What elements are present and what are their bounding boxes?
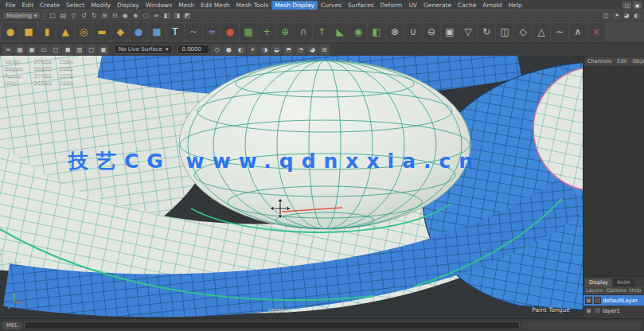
render-icon[interactable]: ◧ [162, 11, 171, 21]
menubar-item[interactable]: Arnold [479, 1, 505, 10]
motion-blur-icon[interactable]: ◓ [283, 45, 294, 55]
panel-menu-icon[interactable]: ≡ [2, 45, 14, 55]
field-chart-icon[interactable]: ▥ [74, 45, 85, 55]
menu-set-dropdown[interactable]: Modeling ▾ [2, 11, 41, 20]
layer-editor-menu-item[interactable]: Options [607, 287, 626, 294]
soft-select-icon[interactable]: ◔ [611, 11, 621, 21]
poly-cylinder-icon[interactable]: ▮ [38, 23, 56, 41]
nurbs-cube-icon[interactable]: ■ [148, 23, 166, 41]
menubar-item[interactable]: Select [63, 1, 88, 10]
layer-editor-menu-item[interactable]: Help [630, 287, 642, 294]
harden-edge-icon[interactable]: ∧ [569, 23, 587, 41]
multi-cut-icon[interactable]: + [258, 23, 275, 41]
safe-action-icon[interactable]: ▢ [86, 45, 97, 55]
channel-box-body[interactable] [584, 68, 644, 276]
menubar-item[interactable]: Help [505, 1, 525, 10]
highlight-backfaces-icon[interactable]: ◕ [622, 11, 631, 21]
quad-draw-icon[interactable]: ▦ [240, 23, 257, 41]
menubar-item[interactable]: Generate [420, 1, 455, 10]
extrude-icon[interactable]: ↑ [313, 23, 330, 41]
nurbs-sphere-icon[interactable]: ● [130, 23, 147, 41]
snap-grid-icon[interactable]: ⊞ [100, 11, 109, 21]
bridge-icon[interactable]: ∩ [295, 23, 312, 41]
channel-box-tab[interactable]: Object [630, 57, 644, 65]
spin-edge-icon[interactable]: ↻ [478, 23, 495, 41]
crease-icon[interactable]: ◇ [514, 23, 532, 41]
menubar-item[interactable]: Modify [88, 1, 114, 10]
menubar-item[interactable]: Edit [19, 1, 37, 10]
mel-label[interactable]: MEL [2, 321, 21, 329]
layer-row[interactable]: V layer1 [584, 306, 644, 316]
symmetry-toggle-icon[interactable]: ◫ [601, 11, 611, 21]
layer-editor-menu-item[interactable]: Layers [586, 287, 603, 294]
ep-curve-icon[interactable]: ~ [185, 23, 202, 41]
menubar-item[interactable]: UV [405, 1, 420, 10]
smooth-icon[interactable]: ◉ [349, 23, 367, 41]
film-gate-icon[interactable]: ▭ [38, 45, 49, 55]
poly-plane-icon[interactable]: ▬ [93, 23, 111, 41]
ao-icon[interactable]: ◒ [271, 45, 282, 55]
mirror-icon[interactable]: ◧ [368, 23, 385, 41]
menubar-item[interactable]: Display [114, 1, 142, 10]
wireframe-icon[interactable]: ◇ [211, 45, 222, 55]
symmetry-icon[interactable]: ◫ [496, 23, 513, 41]
viewport-canvas[interactable] [0, 56, 583, 318]
new-scene-icon[interactable]: □ [48, 11, 57, 21]
gate-mask-icon[interactable]: ◼ [62, 45, 73, 55]
poly-cone-icon[interactable]: ▲ [57, 23, 74, 41]
layer-visibility-toggle[interactable]: V [585, 307, 592, 314]
layer-color-swatch[interactable] [594, 307, 601, 314]
snap-curve-icon[interactable]: ⊟ [110, 11, 119, 21]
normals-icon[interactable]: △ [533, 23, 550, 41]
redo-icon[interactable]: ↻ [89, 11, 99, 21]
reduce-icon[interactable]: ▽ [459, 23, 477, 41]
delete-history-icon[interactable]: × [587, 23, 605, 41]
combine-icon[interactable]: ∪ [404, 23, 422, 41]
sculpt-tool-icon[interactable]: ● [221, 23, 239, 41]
make-live-icon[interactable]: ○ [141, 11, 150, 21]
resolution-gate-icon[interactable]: ◻ [50, 45, 61, 55]
layer-row[interactable]: V defaultLayer [584, 295, 644, 306]
save-scene-icon[interactable]: ▽ [68, 11, 78, 21]
menubar-item[interactable]: File [2, 1, 19, 10]
poly-disc-icon[interactable]: ◆ [111, 23, 129, 41]
menubar-item[interactable]: Windows [142, 1, 175, 10]
construction-history-icon[interactable]: ≡ [151, 11, 161, 21]
xray-icon[interactable]: ◔ [295, 45, 306, 55]
grid-size-field[interactable]: 0.0000 [178, 45, 209, 54]
layer-visibility-toggle[interactable]: V [585, 297, 592, 304]
lighting-icon[interactable]: ☀ [247, 45, 258, 55]
shaded-icon[interactable]: ● [223, 45, 234, 55]
workspace-icon[interactable]: ▢ [623, 2, 631, 9]
ipr-render-icon[interactable]: ◨ [172, 11, 181, 21]
camera-lock-icon[interactable]: ▣ [26, 45, 37, 55]
open-scene-icon[interactable]: ▤ [58, 11, 68, 21]
layer-editor-tab[interactable]: Display [585, 278, 612, 286]
layer-color-swatch[interactable] [594, 297, 601, 304]
isolate-select-icon[interactable]: ◕ [306, 45, 318, 55]
poly-torus-icon[interactable]: ◎ [75, 23, 92, 41]
menubar-item[interactable]: Surfaces [345, 1, 377, 10]
pencil-curve-icon[interactable]: ≈ [203, 23, 221, 41]
safe-title-icon[interactable]: ▣ [98, 45, 109, 55]
poly-sphere-icon[interactable]: ● [2, 23, 19, 41]
viewport-3d[interactable]: Verts: 27908 1584 Edges: 55672 3160 Face… [0, 56, 583, 318]
snap-plane-icon[interactable]: ◈ [131, 11, 140, 21]
camera-icon[interactable]: ◐ [632, 11, 642, 21]
grid-toggle-icon[interactable]: ⊞ [318, 45, 330, 55]
channel-box-tab[interactable]: Channels [585, 57, 614, 65]
menubar-item[interactable]: Deform [377, 1, 405, 10]
boolean-icon[interactable]: ⊗ [386, 23, 404, 41]
snap-point-icon[interactable]: ◉ [120, 11, 130, 21]
camera-select-icon[interactable]: ▦ [14, 45, 25, 55]
soften-edge-icon[interactable]: ∼ [551, 23, 568, 41]
live-surface-dropdown[interactable]: No Live Surface ▾ [114, 45, 173, 54]
bevel-icon[interactable]: ◣ [331, 23, 349, 41]
menubar-item[interactable]: Edit Mesh [197, 1, 233, 10]
menubar-item[interactable]: Mesh Tools [233, 1, 272, 10]
layer-editor-tab[interactable]: Anim [613, 278, 634, 286]
menubar-item[interactable]: Mesh Display [271, 1, 318, 10]
textured-icon[interactable]: ◐ [235, 45, 246, 55]
target-weld-icon[interactable]: ⊕ [276, 23, 294, 41]
command-input[interactable] [24, 321, 520, 329]
